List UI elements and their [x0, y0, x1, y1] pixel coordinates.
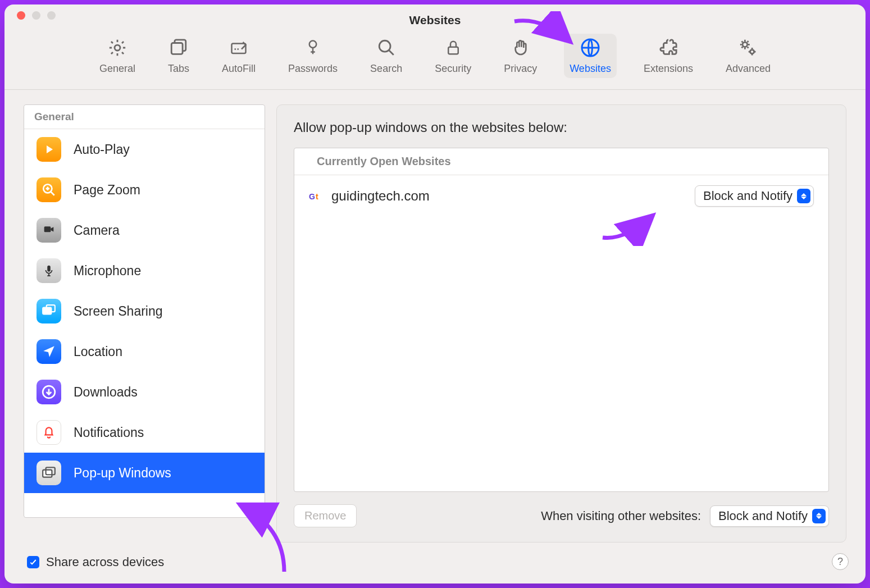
sidebar-item-microphone[interactable]: Microphone — [24, 250, 265, 291]
preferences-window: Websites General Tabs AutoFill Password — [4, 4, 866, 584]
help-button[interactable]: ? — [832, 553, 849, 570]
tab-label: Advanced — [726, 63, 771, 75]
sidebar-item-page-zoom[interactable]: Page Zoom — [24, 170, 265, 210]
tab-label: Tabs — [168, 63, 189, 75]
sidebar-item-label: Microphone — [74, 263, 141, 279]
tab-advanced[interactable]: Advanced — [720, 34, 776, 78]
share-checkbox[interactable] — [27, 556, 39, 568]
sidebar-item-label: Downloads — [74, 385, 138, 400]
share-label: Share across devices — [46, 555, 164, 569]
gear-icon — [107, 37, 128, 58]
tab-label: Privacy — [504, 63, 537, 75]
sidebar-item-label: Location — [74, 344, 122, 359]
key-icon — [302, 37, 324, 58]
svg-point-7 — [743, 42, 748, 47]
list-section-header: Currently Open Websites — [294, 148, 828, 175]
play-icon — [37, 137, 61, 162]
svg-rect-1 — [171, 43, 183, 54]
sidebar-item-label: Notifications — [74, 425, 144, 440]
window-title: Websites — [409, 4, 461, 27]
svg-rect-11 — [47, 266, 51, 272]
gears-icon — [737, 37, 759, 58]
preferences-toolbar: General Tabs AutoFill Passwords Search — [4, 26, 866, 90]
tab-autofill[interactable]: AutoFill — [216, 34, 261, 78]
site-permission-select[interactable]: Block and Notify — [695, 185, 814, 207]
website-row[interactable]: Gt guidingtech.com Block and Notify — [294, 175, 828, 217]
svg-text:t: t — [316, 192, 318, 201]
puzzle-icon — [658, 37, 679, 58]
search-icon — [376, 37, 397, 58]
chevron-updown-icon — [797, 189, 810, 203]
location-arrow-icon — [37, 339, 61, 364]
settings-panel: Allow pop-up windows on the websites bel… — [276, 104, 846, 543]
microphone-icon — [37, 258, 61, 283]
sidebar-item-camera[interactable]: Camera — [24, 210, 265, 250]
windows-icon — [37, 461, 61, 485]
tab-passwords[interactable]: Passwords — [283, 34, 343, 78]
other-websites-select[interactable]: Block and Notify — [710, 505, 829, 527]
sidebar-item-screen-sharing[interactable]: Screen Sharing — [24, 291, 265, 331]
svg-rect-5 — [448, 47, 458, 54]
zoom-window-button[interactable] — [47, 11, 56, 20]
select-value: Block and Notify — [703, 189, 792, 203]
tab-label: AutoFill — [222, 63, 256, 75]
svg-point-0 — [115, 45, 120, 51]
tab-security[interactable]: Security — [429, 34, 477, 78]
window-controls — [17, 11, 56, 20]
download-icon — [37, 380, 61, 404]
tabs-icon — [168, 37, 189, 58]
pencil-box-icon — [228, 37, 249, 58]
zoom-icon — [37, 177, 61, 202]
tab-general[interactable]: General — [94, 34, 141, 78]
close-window-button[interactable] — [17, 11, 25, 20]
remove-button[interactable]: Remove — [294, 504, 357, 527]
svg-rect-10 — [44, 226, 51, 232]
site-favicon-icon: Gt — [309, 189, 324, 203]
sidebar-item-label: Camera — [74, 223, 120, 238]
other-websites-label: When visiting other websites: — [541, 509, 701, 523]
hand-icon — [510, 37, 531, 58]
screens-icon — [37, 299, 61, 323]
tab-tabs[interactable]: Tabs — [162, 34, 195, 78]
tab-extensions[interactable]: Extensions — [638, 34, 699, 78]
chevron-updown-icon — [812, 509, 826, 523]
sidebar-item-location[interactable]: Location — [24, 331, 265, 372]
lock-icon — [443, 37, 464, 58]
tab-privacy[interactable]: Privacy — [498, 34, 543, 78]
sidebar-item-label: Pop-up Windows — [74, 466, 171, 481]
websites-list: Currently Open Websites Gt guidingtech.c… — [294, 148, 829, 492]
tab-label: Security — [435, 63, 471, 75]
bell-icon — [37, 420, 61, 445]
sidebar-item-label: Auto-Play — [74, 142, 130, 157]
minimize-window-button[interactable] — [32, 11, 40, 20]
tab-label: Passwords — [288, 63, 338, 75]
svg-point-3 — [309, 41, 317, 48]
svg-text:G: G — [309, 192, 315, 201]
tab-search[interactable]: Search — [365, 34, 408, 78]
share-across-devices-row: Share across devices — [4, 550, 866, 574]
tab-label: Search — [370, 63, 402, 75]
globe-icon — [580, 37, 601, 58]
titlebar: Websites — [4, 4, 866, 26]
sidebar-item-label: Page Zoom — [74, 183, 140, 198]
tab-label: General — [99, 63, 135, 75]
tab-websites[interactable]: Websites — [564, 34, 617, 78]
svg-rect-15 — [43, 470, 52, 477]
sidebar-section-header: General — [24, 105, 265, 129]
camera-icon — [37, 218, 61, 243]
site-domain: guidingtech.com — [331, 188, 430, 204]
tab-label: Websites — [570, 63, 611, 75]
select-value: Block and Notify — [718, 509, 808, 523]
sidebar-item-notifications[interactable]: Notifications — [24, 412, 265, 453]
svg-point-8 — [750, 50, 754, 54]
sidebar-item-downloads[interactable]: Downloads — [24, 372, 265, 412]
svg-point-4 — [379, 40, 390, 52]
settings-sidebar: General Auto-Play Page Zoom Camera — [24, 104, 265, 518]
sidebar-item-label: Screen Sharing — [74, 304, 163, 319]
panel-heading: Allow pop-up windows on the websites bel… — [294, 120, 829, 135]
tab-label: Extensions — [644, 63, 693, 75]
sidebar-item-popup-windows[interactable]: Pop-up Windows — [24, 453, 265, 493]
sidebar-item-auto-play[interactable]: Auto-Play — [24, 129, 265, 170]
